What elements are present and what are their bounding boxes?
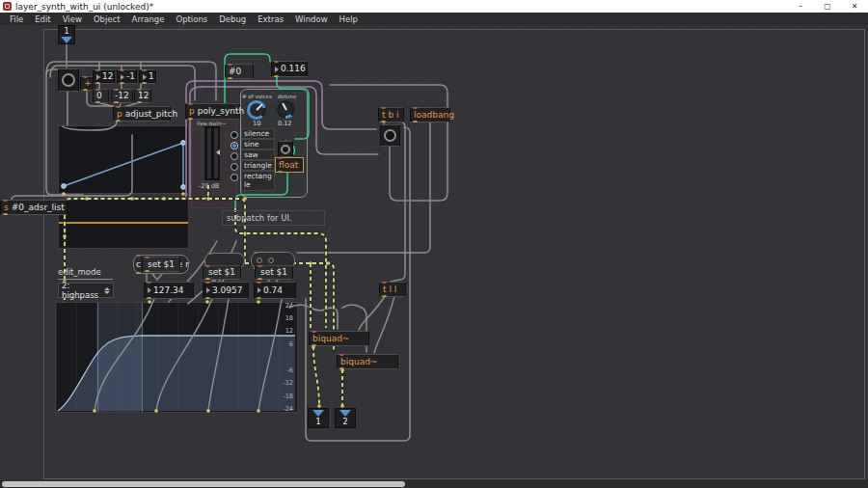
horizontal-scrollbar[interactable] — [0, 480, 868, 488]
spinner-arrows-icon[interactable] — [104, 287, 110, 294]
numbox-triangle-icon — [275, 67, 279, 72]
bang-button-tbi[interactable] — [380, 124, 400, 147]
filter-type-menu[interactable]: 2: highpass — [58, 283, 114, 298]
menu-file[interactable]: File — [4, 14, 29, 24]
menu-arrange[interactable]: Arrange — [126, 14, 171, 24]
bang-button-main[interactable] — [58, 68, 79, 92]
envelope-function-editor[interactable] — [58, 125, 189, 194]
filter-band[interactable] — [97, 303, 143, 413]
detune-dial-value: 0.12 — [278, 120, 291, 127]
dial-needle — [256, 104, 262, 111]
radio-rectangle[interactable] — [231, 174, 238, 181]
radio-silence[interactable] — [231, 131, 238, 139]
bang-circle-icon — [384, 129, 396, 142]
set-message-2[interactable]: set $1 — [203, 265, 241, 280]
message-0[interactable]: 0 — [93, 89, 109, 103]
gain-value: -29 dB — [199, 182, 219, 190]
max-patcher-window: layer_synth_with_ui (unlocked)* – ▢ ✕ Fi… — [0, 0, 868, 488]
int-box-12[interactable]: 12 — [93, 69, 115, 84]
db-label: -24 — [272, 405, 293, 413]
float-box-gain[interactable]: 0.74 — [254, 282, 296, 299]
outlet-number: 1 — [315, 418, 320, 426]
gain-handle[interactable] — [216, 149, 220, 155]
outlet-2[interactable]: 2 — [335, 408, 356, 428]
mini-circle-icon — [257, 258, 262, 263]
inlet-triangle-icon — [61, 37, 72, 43]
subpatch-comment: subpatch for UI. — [222, 210, 325, 226]
menu-object[interactable]: Object — [88, 14, 126, 24]
wave-label-triangle: triangle — [241, 160, 275, 171]
secondary-function-panel[interactable] — [58, 199, 189, 249]
title-bar: layer_synth_with_ui (unlocked)* – ▢ ✕ — [0, 0, 868, 13]
inlet-1[interactable]: 1 — [58, 25, 75, 44]
set-message-1[interactable]: set $1 — [142, 257, 180, 272]
db-label: 24 — [272, 302, 293, 310]
int-box-1[interactable]: 1 — [139, 69, 156, 84]
send-adsr-object[interactable]: s #0_adsr_list — [0, 200, 68, 215]
set-message-3[interactable]: set $1 — [255, 265, 293, 280]
patcher-canvas[interactable]: 24 18 12 6 -6 -12 -18 -24 — [0, 25, 868, 480]
menu-window[interactable]: Window — [289, 14, 334, 24]
subpatch-poly-synth[interactable]: p poly_synth — [185, 103, 240, 120]
radio-triangle[interactable] — [231, 163, 238, 171]
float-box-q[interactable]: 3.0957 — [203, 282, 249, 299]
int-box-neg1[interactable]: -1 — [117, 69, 137, 84]
db-label: -18 — [272, 393, 293, 400]
menu-edit[interactable]: Edit — [29, 14, 56, 24]
menu-help[interactable]: Help — [334, 14, 364, 24]
outlet-number: 2 — [342, 418, 347, 426]
float-box-detune[interactable]: 0.116 — [271, 61, 308, 77]
orange-line — [59, 222, 188, 224]
voices-dial-label: # of voices — [242, 94, 272, 99]
menu-debug[interactable]: Debug — [213, 14, 252, 24]
numbox-triangle-icon — [143, 74, 147, 80]
db-label: -12 — [272, 379, 293, 387]
wave-label-saw: saw — [241, 149, 275, 160]
maximize-button[interactable]: ▢ — [814, 0, 841, 13]
float-object[interactable]: float — [275, 157, 304, 173]
radio-saw[interactable] — [231, 152, 238, 160]
live-gain-slider[interactable] — [203, 125, 221, 181]
filtergraph[interactable]: 24 18 12 6 -6 -12 -18 -24 — [55, 302, 298, 413]
voices-dial[interactable] — [247, 100, 266, 120]
float-box-freq[interactable]: 127.34 — [144, 282, 194, 299]
menu-extras[interactable]: Extras — [252, 14, 289, 24]
subpatch-adjust-pitch[interactable]: p adjust_pitch — [113, 106, 171, 122]
minimize-button[interactable]: – — [787, 0, 814, 13]
detune-dial-label: detune — [278, 94, 296, 99]
wave-label-rectangle: rectangle — [241, 171, 275, 191]
message-12[interactable]: 12 — [134, 89, 151, 103]
wave-label-silence: silence — [241, 128, 275, 139]
numbox-triangle-icon — [258, 287, 261, 293]
message-pound-zero[interactable]: #0 — [225, 64, 254, 79]
trigger-bi-object[interactable]: t b i — [378, 107, 404, 122]
numbox-triangle-icon — [121, 74, 124, 80]
outlet-triangle-icon — [339, 410, 351, 417]
edit-mode-label: edit_mode — [58, 267, 113, 280]
outlet-triangle-icon — [312, 410, 324, 417]
voices-dial-value: 10 — [253, 120, 260, 127]
gain-meter-left — [207, 128, 211, 178]
numbox-triangle-icon — [206, 287, 210, 293]
trigger-ll-object[interactable]: t l l — [379, 282, 406, 297]
scrollbar-thumb[interactable] — [2, 481, 405, 487]
bang-button-panel[interactable] — [278, 141, 293, 157]
close-button[interactable]: ✕ — [841, 0, 868, 13]
biquad-object-1[interactable]: biquad~ — [309, 331, 369, 346]
db-label: 12 — [272, 327, 293, 335]
menu-options[interactable]: Options — [170, 14, 213, 24]
menu-view[interactable]: View — [57, 14, 88, 24]
outlet-1[interactable]: 1 — [308, 408, 329, 428]
mini-circle-icon — [268, 258, 274, 263]
loadbang-object[interactable]: loadbang — [410, 107, 450, 122]
message-neg12[interactable]: -12 — [111, 89, 133, 103]
detune-dial[interactable] — [277, 100, 295, 119]
window-title: layer_synth_with_ui (unlocked)* — [15, 2, 153, 12]
inlet-number: 1 — [64, 27, 68, 36]
biquad-object-2[interactable]: biquad~ — [337, 354, 398, 369]
radio-sine[interactable] — [231, 142, 238, 149]
db-label: 6 — [272, 340, 293, 348]
dial-needle — [282, 102, 287, 110]
menu-bar: File Edit View Object Arrange Options De… — [0, 13, 868, 25]
numbox-triangle-icon — [96, 74, 100, 80]
